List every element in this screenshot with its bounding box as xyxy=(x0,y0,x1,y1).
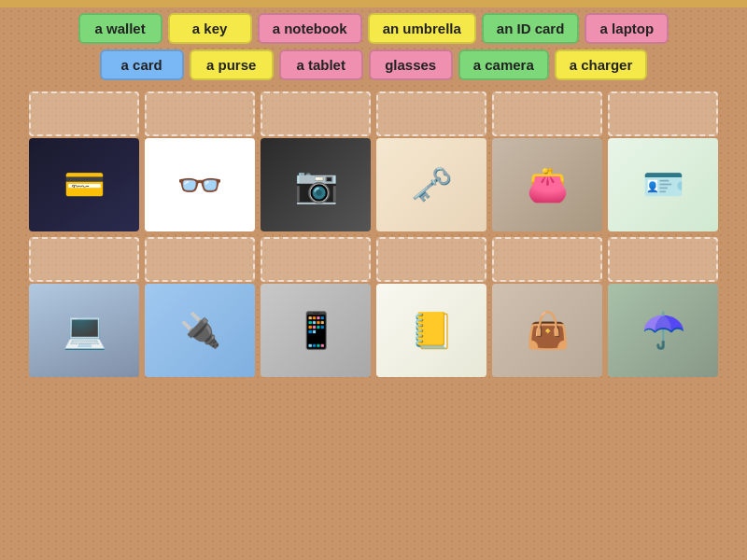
label-notebook[interactable]: a notebook xyxy=(258,13,362,44)
dropzone-2-3[interactable] xyxy=(261,237,371,282)
image-notebook: 📒 xyxy=(376,284,486,377)
labels-row-2: a card a purse a tablet glasses a camera… xyxy=(13,49,734,80)
dropzone-1-5[interactable] xyxy=(492,91,602,136)
label-umbrella[interactable]: an umbrella xyxy=(368,13,476,44)
label-wallet[interactable]: a wallet xyxy=(78,13,162,44)
image-umbrella: ☂️ xyxy=(608,284,718,377)
image-tablet: 📱 xyxy=(261,284,371,377)
dropzone-1-6[interactable] xyxy=(608,91,718,136)
label-card[interactable]: a card xyxy=(100,49,184,80)
dropzone-1-4[interactable] xyxy=(376,91,486,136)
image-cards: 💳 xyxy=(29,138,139,231)
image-laptop: 💻 xyxy=(29,284,139,377)
image-purse: 👜 xyxy=(492,284,602,377)
dropzone-2-1[interactable] xyxy=(29,237,139,282)
dropzone-2-5[interactable] xyxy=(492,237,602,282)
image-glasses: 👓 xyxy=(145,138,255,231)
image-keys: 🗝️ xyxy=(376,138,486,231)
image-id: 🪪 xyxy=(608,138,718,231)
image-row-1: 💳 👓 📷 🗝️ 👛 🪪 xyxy=(13,138,734,231)
corkboard: a wallet a key a notebook an umbrella an… xyxy=(0,0,747,560)
label-tablet[interactable]: a tablet xyxy=(279,49,363,80)
dropzone-row-2 xyxy=(13,237,734,282)
dropzone-2-2[interactable] xyxy=(145,237,255,282)
dropzone-1-3[interactable] xyxy=(261,91,371,136)
label-laptop[interactable]: a laptop xyxy=(585,13,669,44)
labels-row-1: a wallet a key a notebook an umbrella an… xyxy=(13,13,734,44)
label-charger[interactable]: a charger xyxy=(555,49,648,80)
image-row-2: 💻 🔌 📱 📒 👜 ☂️ xyxy=(13,284,734,377)
image-charger: 🔌 xyxy=(145,284,255,377)
label-key[interactable]: a key xyxy=(168,13,252,44)
label-glasses[interactable]: glasses xyxy=(369,49,453,80)
image-camera: 📷 xyxy=(261,138,371,231)
dropzone-2-6[interactable] xyxy=(608,237,718,282)
labels-section: a wallet a key a notebook an umbrella an… xyxy=(13,13,734,80)
dropzone-2-4[interactable] xyxy=(376,237,486,282)
label-purse[interactable]: a purse xyxy=(190,49,274,80)
dropzone-1-1[interactable] xyxy=(29,91,139,136)
image-wallet: 👛 xyxy=(492,138,602,231)
label-camera[interactable]: a camera xyxy=(458,49,549,80)
dropzone-1-2[interactable] xyxy=(145,91,255,136)
label-idcard[interactable]: an ID card xyxy=(482,13,580,44)
dropzone-row-1 xyxy=(13,91,734,136)
